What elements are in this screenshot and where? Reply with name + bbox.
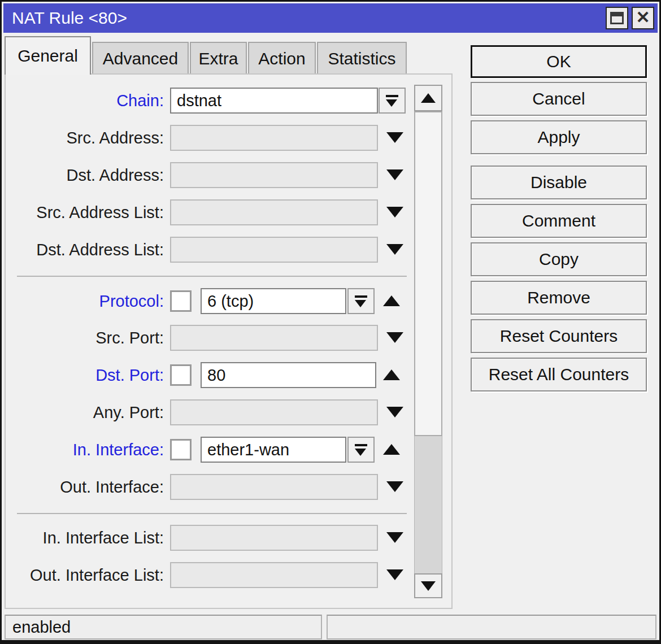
dst-address-field[interactable]	[170, 162, 378, 188]
ok-button[interactable]: OK	[471, 45, 647, 78]
disable-button[interactable]: Disable	[471, 166, 647, 199]
in-interface-list-label: In. Interface List:	[0, 525, 164, 551]
nat-rule-dialog: NAT Rule <80> ✕ Advanced Extra Action St…	[0, 0, 661, 644]
src-port-label: Src. Port:	[0, 325, 164, 351]
remove-button[interactable]: Remove	[471, 281, 647, 315]
rule-state-text: enabled	[12, 618, 71, 637]
in-interface-label: In. Interface:	[0, 437, 164, 463]
button-label: Reset Counters	[500, 327, 617, 346]
scroll-up-icon	[421, 93, 436, 103]
button-label: Remove	[527, 288, 590, 307]
out-interface-list-field[interactable]	[170, 562, 378, 588]
tab-label: Extra	[198, 49, 238, 68]
tab-label: Action	[258, 49, 305, 68]
comment-button[interactable]: Comment	[471, 204, 647, 238]
button-label: Cancel	[532, 89, 585, 108]
tab-panel-join	[6, 73, 90, 75]
scrollbar-thumb[interactable]	[414, 111, 442, 436]
button-label: OK	[546, 52, 571, 71]
close-icon: ✕	[636, 9, 650, 26]
chain-dropdown-button[interactable]	[379, 88, 406, 114]
dropdown-icon	[386, 95, 398, 107]
scroll-down-icon	[421, 581, 436, 591]
chain-input[interactable]	[170, 88, 378, 114]
button-label: Copy	[539, 250, 579, 269]
expand-down-icon[interactable]	[386, 407, 403, 417]
chain-label: Chain:	[0, 88, 164, 114]
out-interface-field[interactable]	[170, 474, 378, 500]
protocol-dropdown-button[interactable]	[347, 288, 375, 314]
tab-statistics[interactable]: Statistics	[317, 42, 407, 74]
status-bar-state: enabled	[5, 615, 322, 639]
tab-advanced[interactable]: Advanced	[92, 42, 189, 74]
expand-down-icon[interactable]	[386, 569, 403, 580]
status-bar-secondary	[327, 615, 656, 639]
expand-down-icon[interactable]	[386, 244, 403, 255]
expand-up-icon[interactable]	[383, 295, 400, 306]
expand-down-icon[interactable]	[386, 169, 403, 180]
dropdown-icon	[355, 295, 367, 307]
expand-down-icon[interactable]	[386, 532, 403, 543]
any-port-label: Any. Port:	[0, 399, 164, 425]
expand-up-icon[interactable]	[383, 444, 400, 455]
expand-up-icon[interactable]	[383, 369, 400, 380]
separator	[17, 276, 407, 277]
separator	[17, 513, 407, 514]
dst-address-label: Dst. Address:	[0, 162, 164, 188]
in-interface-input[interactable]	[201, 437, 346, 463]
button-label: Reset All Counters	[489, 365, 629, 384]
protocol-input[interactable]	[201, 288, 346, 314]
src-address-list-field[interactable]	[170, 199, 378, 225]
dst-port-input[interactable]	[201, 362, 376, 388]
expand-down-icon[interactable]	[386, 332, 403, 343]
maximize-button[interactable]	[606, 7, 628, 29]
tab-general[interactable]: General	[5, 36, 91, 75]
maximize-icon	[610, 12, 624, 24]
scrollbar-track[interactable]	[414, 436, 442, 573]
protocol-negate-checkbox[interactable]	[170, 290, 192, 312]
reset-all-counters-button[interactable]: Reset All Counters	[471, 358, 647, 391]
dst-address-list-field[interactable]	[170, 237, 378, 263]
protocol-label: Protocol:	[0, 288, 164, 314]
button-label: Disable	[530, 173, 587, 192]
tab-extra[interactable]: Extra	[190, 42, 247, 74]
expand-down-icon[interactable]	[386, 481, 403, 492]
expand-down-icon[interactable]	[386, 207, 403, 217]
scroll-up-button[interactable]	[414, 85, 442, 111]
in-interface-dropdown-button[interactable]	[347, 437, 375, 463]
src-address-label: Src. Address:	[0, 125, 164, 151]
expand-down-icon[interactable]	[386, 132, 403, 143]
tab-label: General	[18, 46, 78, 66]
dst-address-list-label: Dst. Address List:	[0, 237, 164, 263]
titlebar[interactable]: NAT Rule <80> ✕	[3, 3, 658, 33]
any-port-field[interactable]	[170, 399, 378, 425]
dst-port-negate-checkbox[interactable]	[170, 364, 192, 386]
out-interface-list-label: Out. Interface List:	[0, 562, 164, 588]
tab-label: Advanced	[103, 49, 178, 68]
in-interface-negate-checkbox[interactable]	[170, 439, 192, 460]
src-address-field[interactable]	[170, 125, 378, 151]
window-border	[0, 640, 661, 644]
window-title: NAT Rule <80>	[12, 8, 127, 28]
copy-button[interactable]: Copy	[471, 242, 647, 276]
src-address-list-label: Src. Address List:	[0, 199, 164, 225]
scroll-down-button[interactable]	[414, 573, 442, 598]
dst-port-label: Dst. Port:	[0, 362, 164, 388]
src-port-field[interactable]	[170, 325, 378, 351]
apply-button[interactable]: Apply	[471, 120, 647, 154]
close-button[interactable]: ✕	[632, 7, 654, 29]
tab-label: Statistics	[328, 49, 395, 68]
button-label: Comment	[522, 211, 595, 230]
out-interface-label: Out. Interface:	[0, 474, 164, 500]
cancel-button[interactable]: Cancel	[471, 82, 647, 116]
in-interface-list-field[interactable]	[170, 525, 378, 551]
tab-action[interactable]: Action	[248, 42, 316, 74]
reset-counters-button[interactable]: Reset Counters	[471, 319, 647, 353]
button-label: Apply	[537, 128, 580, 147]
dropdown-icon	[355, 444, 367, 456]
